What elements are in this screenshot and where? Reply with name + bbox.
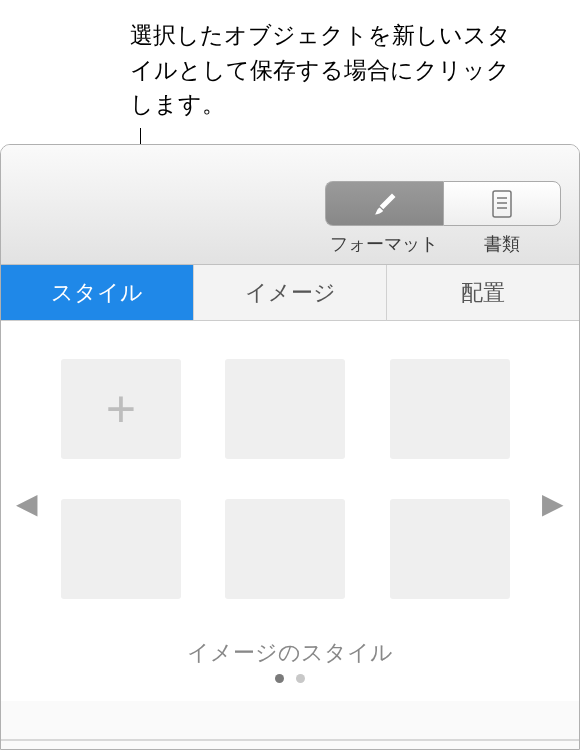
divider — [1, 739, 579, 741]
document-icon — [489, 189, 515, 219]
document-label: 書類 — [484, 232, 520, 256]
inspector-mode-segmented: フォーマット 書類 — [325, 181, 561, 256]
section-title: イメージのスタイル — [1, 638, 579, 668]
format-mode-wrap: フォーマット — [325, 181, 443, 256]
chevron-left-icon: ◀ — [16, 488, 38, 519]
styles-area: ◀ ▶ + イメージのスタイル — [1, 321, 579, 701]
style-swatch[interactable] — [390, 359, 510, 459]
page-dot-active[interactable] — [275, 674, 284, 683]
tab-style[interactable]: スタイル — [1, 265, 194, 321]
section-footer: イメージのスタイル — [1, 638, 579, 683]
inspector-tabs: スタイル イメージ 配置 — [1, 265, 579, 321]
style-swatch[interactable] — [390, 499, 510, 599]
style-grid: + — [61, 359, 519, 599]
svg-rect-0 — [493, 191, 511, 217]
style-swatch[interactable] — [225, 359, 345, 459]
inspector-toolbar: フォーマット 書類 — [1, 145, 579, 265]
page-dot[interactable] — [296, 674, 305, 683]
style-swatch[interactable] — [225, 499, 345, 599]
format-label: フォーマット — [330, 232, 438, 256]
tab-arrange[interactable]: 配置 — [387, 265, 579, 321]
styles-prev-button[interactable]: ◀ — [11, 487, 43, 520]
add-style-button[interactable]: + — [61, 359, 181, 459]
format-button[interactable] — [325, 181, 443, 226]
chevron-right-icon: ▶ — [542, 488, 564, 519]
document-mode-wrap: 書類 — [443, 181, 561, 256]
plus-icon: + — [106, 383, 136, 435]
styles-next-button[interactable]: ▶ — [537, 487, 569, 520]
inspector-panel: フォーマット 書類 スタイル イメージ 配置 ◀ — [0, 144, 580, 750]
tab-image[interactable]: イメージ — [194, 265, 387, 321]
document-button[interactable] — [443, 181, 561, 226]
page-dots — [1, 674, 579, 683]
paintbrush-icon — [370, 190, 400, 218]
style-swatch[interactable] — [61, 499, 181, 599]
annotation-text: 選択したオブジェクトを新しいスタイルとして保存する場合にクリックします。 — [130, 18, 530, 122]
